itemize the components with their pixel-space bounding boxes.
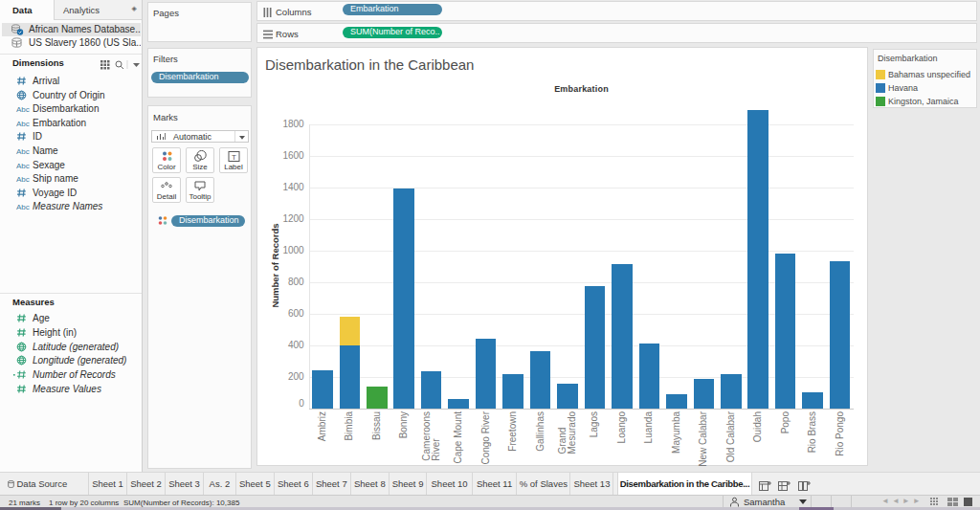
svg-text:T: T: [232, 153, 236, 162]
